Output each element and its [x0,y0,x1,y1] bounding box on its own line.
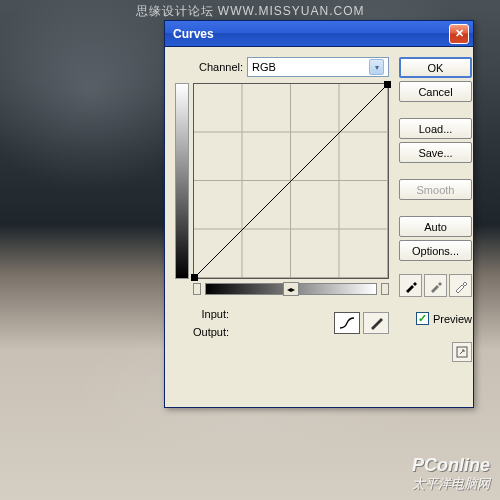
expand-button[interactable] [452,342,472,362]
expand-icon [456,346,468,358]
gradient-handle[interactable]: ◂▸ [283,282,299,296]
channel-select[interactable]: RGB ▾ [247,57,389,77]
eyedropper-icon [454,279,468,293]
eyedropper-icon [404,279,418,293]
load-button[interactable]: Load... [399,118,472,139]
pencil-icon [369,316,383,330]
ok-button[interactable]: OK [399,57,472,78]
channel-label: Channel: [199,61,243,73]
chevron-down-icon: ▾ [369,59,384,75]
smooth-button: Smooth [399,179,472,200]
save-button[interactable]: Save... [399,142,472,163]
dialog-title: Curves [173,27,449,41]
curve-mode-button[interactable] [334,312,360,334]
titlebar[interactable]: Curves ✕ [165,21,473,47]
watermark-bottom: PConline 太平洋电脑网 [412,455,490,492]
vertical-gradient [175,83,189,279]
curve-grid[interactable] [193,83,389,279]
gradient-cap-right [381,283,389,295]
watermark-top: 思缘设计论坛 WWW.MISSYUAN.COM [0,3,500,20]
options-button[interactable]: Options... [399,240,472,261]
preview-label: Preview [433,313,472,325]
input-label: Input: [193,305,229,323]
eyedropper-black[interactable] [399,274,422,297]
eyedropper-icon [429,279,443,293]
output-label: Output: [193,323,229,341]
horizontal-gradient[interactable]: ◂▸ [205,283,377,295]
svg-line-0 [194,84,388,278]
preview-checkbox[interactable]: ✓ [416,312,429,325]
eyedropper-white[interactable] [449,274,472,297]
pencil-mode-button[interactable] [363,312,389,334]
curves-dialog: Curves ✕ Channel: RGB ▾ [164,20,474,408]
close-button[interactable]: ✕ [449,24,469,44]
channel-value: RGB [252,61,276,73]
curve-icon [339,316,355,330]
curve-point-shadow[interactable] [191,274,198,281]
cancel-button[interactable]: Cancel [399,81,472,102]
eyedropper-gray[interactable] [424,274,447,297]
auto-button[interactable]: Auto [399,216,472,237]
curve-line [194,84,388,278]
close-icon: ✕ [455,27,464,40]
gradient-cap-left [193,283,201,295]
curve-point-highlight[interactable] [384,81,391,88]
